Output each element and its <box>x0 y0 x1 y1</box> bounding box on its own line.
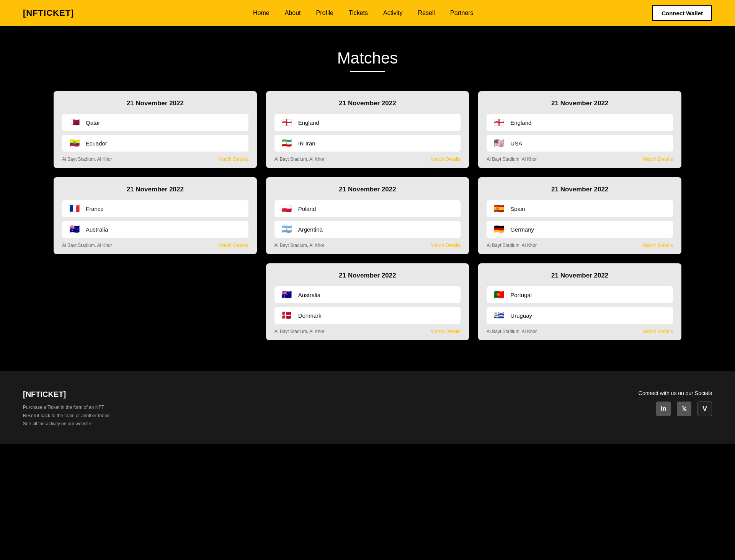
navbar-links: Home About Profile Tickets Activity Rese… <box>253 10 474 16</box>
match-details-link-8[interactable]: Match Details <box>643 328 673 334</box>
nav-tickets[interactable]: Tickets <box>349 10 368 16</box>
matches-grid-top: 21 November 2022 🇶🇦 Qatar 🇪🇨 Ecuador Al … <box>54 91 681 254</box>
match-footer-8: Al Bayt Stadium, Al Khor Match Details <box>487 328 673 334</box>
flag-denmark: 🇩🇰 <box>280 311 294 320</box>
navbar-logo: [NFTICKET] <box>23 8 74 18</box>
footer-logo: [NFTICKET] <box>23 390 109 399</box>
flag-spain: 🇪🇸 <box>492 204 506 213</box>
nav-profile[interactable]: Profile <box>316 10 333 16</box>
match-date-5: 21 November 2022 <box>274 186 461 193</box>
match-details-link-4[interactable]: Match Details <box>218 242 248 248</box>
team-name-qatar: Qatar <box>86 119 100 126</box>
footer-tagline-3: See all the activity on our website <box>23 420 109 428</box>
match-footer-4: Al Bayt Stadium, Al Khor Match Details <box>62 242 248 248</box>
footer-right: Connect with us on our Socials in 𝕏 V <box>639 390 712 416</box>
flag-qatar: 🇶🇦 <box>67 118 81 127</box>
team-name-england-3: England <box>510 119 531 126</box>
flag-australia-4: 🇦🇺 <box>67 225 81 234</box>
matches-grid-bottom: 21 November 2022 🇦🇺 Australia 🇩🇰 Denmark… <box>54 263 681 340</box>
match-venue-3: Al Bayt Stadium, Al Khor <box>487 157 537 162</box>
team-row-8-1: 🇵🇹 Portugal <box>487 286 673 303</box>
team-row-5-2: 🇦🇷 Argentina <box>274 221 461 238</box>
match-venue-4: Al Bayt Stadium, Al Khor <box>62 243 112 248</box>
page-title-underline <box>350 71 385 72</box>
nav-about[interactable]: About <box>285 10 301 16</box>
match-date-4: 21 November 2022 <box>62 186 248 193</box>
flag-england-2: 🏴󠁧󠁢󠁥󠁮󠁧󠁿 <box>280 118 294 127</box>
v-icon[interactable]: V <box>697 402 712 416</box>
team-name-poland: Poland <box>298 206 316 212</box>
footer-tagline-2: Resell it back to the team or another fr… <box>23 412 109 420</box>
match-date-7: 21 November 2022 <box>274 272 461 279</box>
navbar: [NFTICKET] Home About Profile Tickets Ac… <box>0 0 735 26</box>
footer: [NFTICKET] Purchase a Ticket in the form… <box>0 371 735 444</box>
team-row-4-1: 🇫🇷 France <box>62 200 248 217</box>
match-details-link-1[interactable]: Match Details <box>218 156 248 162</box>
team-row-6-2: 🇩🇪 Germany <box>487 221 673 238</box>
match-card-3: 21 November 2022 🏴󠁧󠁢󠁥󠁮󠁧󠁿 England 🇺🇸 USA … <box>478 91 681 168</box>
flag-germany: 🇩🇪 <box>492 225 506 234</box>
footer-left: [NFTICKET] Purchase a Ticket in the form… <box>23 390 109 428</box>
match-card-1: 21 November 2022 🇶🇦 Qatar 🇪🇨 Ecuador Al … <box>54 91 257 168</box>
team-row-7-2: 🇩🇰 Denmark <box>274 307 461 324</box>
match-card-4: 21 November 2022 🇫🇷 France 🇦🇺 Australia … <box>54 177 257 254</box>
team-name-argentina: Argentina <box>298 226 323 233</box>
flag-uruguay: 🇺🇾 <box>492 311 506 320</box>
match-card-2: 21 November 2022 🏴󠁧󠁢󠁥󠁮󠁧󠁿 England 🇮🇷 IR I… <box>266 91 469 168</box>
team-name-denmark: Denmark <box>298 312 322 319</box>
page-title-section: Matches <box>54 49 681 72</box>
connect-wallet-button[interactable]: Connect Wallet <box>652 5 712 21</box>
team-row-2-2: 🇮🇷 IR Iran <box>274 135 461 152</box>
team-row-5-1: 🇵🇱 Poland <box>274 200 461 217</box>
match-footer-6: Al Bayt Stadium, Al Khor Match Details <box>487 242 673 248</box>
team-name-usa: USA <box>510 140 522 147</box>
team-name-ecuador: Ecuador <box>86 140 107 147</box>
team-row-6-1: 🇪🇸 Spain <box>487 200 673 217</box>
main-content: Matches 21 November 2022 🇶🇦 Qatar 🇪🇨 Ecu… <box>0 26 735 371</box>
team-name-spain: Spain <box>510 206 525 212</box>
team-row-4-2: 🇦🇺 Australia <box>62 221 248 238</box>
match-date-2: 21 November 2022 <box>274 100 461 107</box>
match-details-link-2[interactable]: Match Details <box>431 156 461 162</box>
team-name-england-2: England <box>298 119 319 126</box>
team-name-portugal: Portugal <box>510 292 532 298</box>
flag-england-3: 🏴󠁧󠁢󠁥󠁮󠁧󠁿 <box>492 118 506 127</box>
match-date-3: 21 November 2022 <box>487 100 673 107</box>
team-row-1-1: 🇶🇦 Qatar <box>62 114 248 131</box>
social-icons: in 𝕏 V <box>639 402 712 416</box>
match-footer-3: Al Bayt Stadium, Al Khor Match Details <box>487 156 673 162</box>
match-date-6: 21 November 2022 <box>487 186 673 193</box>
nav-home[interactable]: Home <box>253 10 270 16</box>
match-details-link-6[interactable]: Match Details <box>643 242 673 248</box>
match-card-8: 21 November 2022 🇵🇹 Portugal 🇺🇾 Uruguay … <box>478 263 681 340</box>
nav-activity[interactable]: Activity <box>383 10 403 16</box>
team-name-france: France <box>86 206 104 212</box>
team-name-australia-4: Australia <box>86 226 108 233</box>
nav-resell[interactable]: Resell <box>418 10 435 16</box>
match-venue-5: Al Bayt Stadium, Al Khor <box>274 243 325 248</box>
footer-tagline-1: Purchase a Ticket in the form of an NFT <box>23 403 109 412</box>
match-venue-6: Al Bayt Stadium, Al Khor <box>487 243 537 248</box>
match-details-link-5[interactable]: Match Details <box>431 242 461 248</box>
flag-portugal: 🇵🇹 <box>492 290 506 299</box>
team-row-1-2: 🇪🇨 Ecuador <box>62 135 248 152</box>
linkedin-icon[interactable]: in <box>656 402 671 416</box>
team-row-3-1: 🏴󠁧󠁢󠁥󠁮󠁧󠁿 England <box>487 114 673 131</box>
flag-iran: 🇮🇷 <box>280 139 294 148</box>
match-date-8: 21 November 2022 <box>487 272 673 279</box>
team-name-uruguay: Uruguay <box>510 312 532 319</box>
team-name-iran: IR Iran <box>298 140 315 147</box>
flag-argentina: 🇦🇷 <box>280 225 294 234</box>
match-date-1: 21 November 2022 <box>62 100 248 107</box>
nav-partners[interactable]: Partners <box>450 10 473 16</box>
match-details-link-3[interactable]: Match Details <box>643 156 673 162</box>
match-footer-1: Al Bayt Stadium, Al Khor Match Details <box>62 156 248 162</box>
flag-usa: 🇺🇸 <box>492 139 506 148</box>
match-card-7: 21 November 2022 🇦🇺 Australia 🇩🇰 Denmark… <box>266 263 469 340</box>
team-name-germany: Germany <box>510 226 534 233</box>
twitter-icon[interactable]: 𝕏 <box>677 402 691 416</box>
match-details-link-7[interactable]: Match Details <box>431 328 461 334</box>
flag-ecuador: 🇪🇨 <box>67 139 81 148</box>
match-footer-2: Al Bayt Stadium, Al Khor Match Details <box>274 156 461 162</box>
match-venue-1: Al Bayt Stadium, Al Khor <box>62 157 112 162</box>
